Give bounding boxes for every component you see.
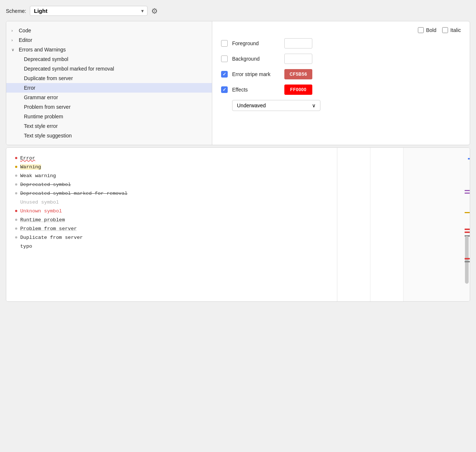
- code-preview: Error Warning Weak warning Deprecated sy…: [6, 148, 337, 301]
- preview-line-typo: typo: [15, 242, 337, 251]
- error-stripe-label: Error stripe mark: [232, 71, 280, 77]
- background-label: Background: [232, 56, 280, 62]
- code-text: Runtime problem: [20, 217, 65, 223]
- gear-icon: ⚙: [151, 7, 158, 15]
- tree-item-problem-server[interactable]: Problem from server: [6, 102, 212, 112]
- tree-item-grammar-error[interactable]: Grammar error: [6, 93, 212, 102]
- minimap-scrollbar[interactable]: [465, 236, 469, 284]
- preview-line-deprecated-removal: Deprecated symbol marked for removal: [15, 189, 337, 198]
- dot-yellow: [15, 166, 17, 168]
- bold-checkbox[interactable]: [418, 27, 424, 33]
- properties-panel: Bold Italic Foreground Background Error …: [212, 21, 470, 145]
- tree-item-label: Errors and Warnings: [19, 47, 66, 53]
- scheme-value: Light: [34, 8, 47, 14]
- dot-light: [15, 183, 17, 186]
- preview-line-duplicate-server: Duplicate from server: [15, 233, 337, 242]
- tree-item-label: Editor: [19, 37, 32, 43]
- tree-item-error[interactable]: Error: [6, 83, 212, 93]
- expand-icon: ›: [11, 28, 17, 33]
- scheme-dropdown[interactable]: Light ▾: [30, 6, 148, 16]
- effect-type-row: Underwaved ∨: [221, 100, 461, 111]
- preview-line-error: Error: [15, 154, 337, 162]
- dot-light: [15, 192, 17, 194]
- minimap-marker-purple1: [465, 190, 470, 191]
- preview-line-warning: Warning: [15, 162, 337, 171]
- bold-italic-row: Bold Italic: [221, 27, 461, 33]
- tree-item-deprecated-symbol[interactable]: Deprecated symbol: [6, 54, 212, 64]
- background-checkbox[interactable]: [221, 55, 228, 62]
- tree-item-label: Text style error: [24, 123, 58, 129]
- error-stripe-row: Error stripe mark CF5B56: [221, 69, 461, 79]
- code-text: Duplicate from server: [20, 235, 83, 240]
- dot-light: [15, 236, 17, 238]
- preview-line-unknown: Unknown symbol: [15, 207, 337, 215]
- foreground-color-box[interactable]: [284, 38, 312, 49]
- preview-line-problem-server: Problem from server: [15, 224, 337, 233]
- collapse-icon: ∨: [11, 47, 17, 52]
- foreground-checkbox[interactable]: [221, 40, 228, 47]
- tree-item-label: Deprecated symbol marked for removal: [24, 66, 114, 72]
- tree-item-code[interactable]: › Code: [6, 26, 212, 35]
- dot-light: [15, 175, 17, 177]
- effects-label: Effects: [232, 87, 280, 93]
- preview-section: Error Warning Weak warning Deprecated sy…: [6, 147, 470, 302]
- code-text: Problem from server: [20, 226, 77, 232]
- foreground-label: Foreground: [232, 40, 280, 46]
- foreground-row: Foreground: [221, 38, 461, 49]
- header-row: Scheme: Light ▾ ⚙: [6, 6, 470, 16]
- dot-red: [15, 157, 17, 159]
- preview-line-unused: Unused symbol: [15, 198, 337, 207]
- error-stripe-color-box[interactable]: CF5B56: [284, 69, 312, 79]
- error-stripe-checkbox[interactable]: [221, 71, 228, 78]
- tree-item-deprecated-removal[interactable]: Deprecated symbol marked for removal: [6, 64, 212, 73]
- tree-item-label: Text style suggestion: [24, 133, 72, 139]
- tree-item-duplicate-server[interactable]: Duplicate from server: [6, 73, 212, 83]
- minimap: [404, 148, 470, 301]
- tree-item-runtime-problem[interactable]: Runtime problem: [6, 112, 212, 121]
- effects-color-box[interactable]: FF0000: [284, 85, 312, 95]
- tree-panel: › Code › Editor ∨ Errors and Warnings De…: [6, 21, 212, 145]
- preview-line-weak-warning: Weak warning: [15, 171, 337, 180]
- tree-item-text-style-error[interactable]: Text style error: [6, 121, 212, 131]
- minimap-marker-red2: [465, 232, 470, 233]
- tree-item-editor[interactable]: › Editor: [6, 35, 212, 45]
- code-text: Warning: [20, 164, 41, 170]
- effect-type-value: Underwaved: [237, 103, 266, 108]
- italic-label[interactable]: Italic: [442, 27, 461, 33]
- preview-line-runtime: Runtime problem: [15, 215, 337, 224]
- background-row: Background: [221, 54, 461, 64]
- dot-light: [15, 227, 17, 230]
- tree-item-label: Error: [24, 85, 35, 91]
- dot-red: [15, 210, 17, 212]
- code-text: Weak warning: [20, 173, 56, 179]
- code-text: Unknown symbol: [20, 208, 62, 214]
- effects-row: Effects FF0000: [221, 85, 461, 95]
- minimap-marker-red3: [465, 258, 470, 259]
- minimap-marker-purple2: [465, 193, 470, 194]
- code-text: Deprecated symbol marked for removal: [20, 191, 128, 196]
- code-text: Deprecated symbol: [20, 182, 71, 187]
- tree-item-label: Deprecated symbol: [24, 56, 68, 62]
- dot-none: [15, 201, 17, 203]
- background-color-box[interactable]: [284, 54, 312, 64]
- dot-light: [15, 219, 17, 221]
- tree-item-errors-warnings[interactable]: ∨ Errors and Warnings: [6, 45, 212, 54]
- settings-button[interactable]: ⚙: [151, 7, 158, 15]
- tree-item-label: Problem from server: [24, 104, 71, 110]
- minimap-marker-gray2: [465, 261, 470, 262]
- minimap-marker-yellow: [465, 212, 470, 213]
- expand-icon: ›: [11, 38, 17, 42]
- preview-line-deprecated: Deprecated symbol: [15, 180, 337, 189]
- italic-checkbox[interactable]: [442, 27, 448, 33]
- scheme-label: Scheme:: [6, 8, 26, 14]
- bold-label[interactable]: Bold: [418, 27, 436, 33]
- tree-item-text-style-suggestion[interactable]: Text style suggestion: [6, 131, 212, 140]
- tree-item-label: Grammar error: [24, 94, 58, 100]
- chevron-down-icon: ▾: [141, 8, 143, 14]
- tree-item-label: Runtime problem: [24, 114, 63, 119]
- effect-type-dropdown[interactable]: Underwaved ∨: [232, 100, 320, 111]
- code-text: Unused symbol: [20, 200, 59, 205]
- chevron-down-icon: ∨: [312, 103, 316, 108]
- dot-none: [15, 245, 17, 247]
- effects-checkbox[interactable]: [221, 86, 228, 93]
